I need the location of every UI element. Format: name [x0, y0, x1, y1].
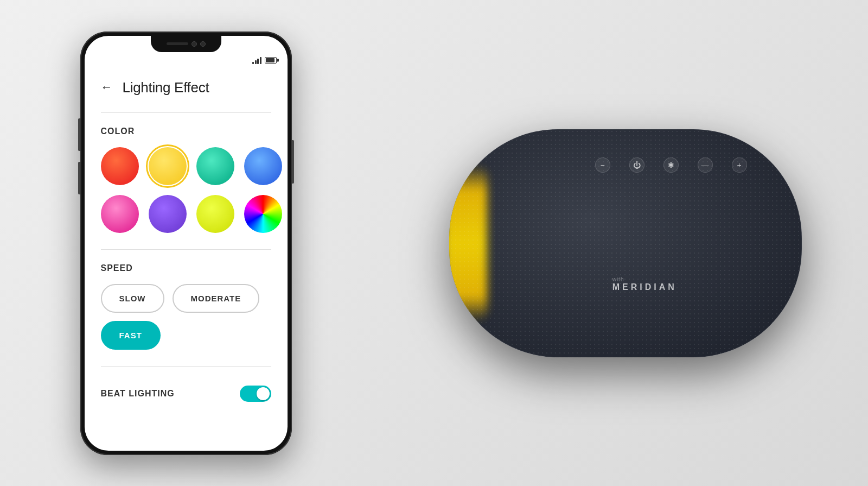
status-icons	[252, 56, 277, 64]
phone-screen: ← Lighting Effect COLOR	[85, 36, 288, 451]
ctrl-minus[interactable]: −	[595, 157, 610, 173]
app-header: ← Lighting Effect	[101, 79, 271, 96]
color-swatch-blue[interactable]	[244, 147, 282, 185]
ctrl-bluetooth[interactable]: ✱	[663, 157, 679, 173]
color-swatch-yellow[interactable]	[149, 147, 187, 185]
beat-lighting-label: BEAT LIGHTING	[101, 389, 175, 399]
color-swatch-red[interactable]	[101, 147, 139, 185]
power-button[interactable]	[292, 140, 294, 184]
speaker-body: − ⏻ ✱ — + with MERIDIAN	[449, 129, 802, 357]
ctrl-power[interactable]: ⏻	[629, 157, 644, 173]
phone: ← Lighting Effect COLOR	[80, 31, 292, 455]
color-divider	[101, 249, 271, 250]
speaker-brand: with MERIDIAN	[612, 276, 677, 292]
color-section-label: COLOR	[101, 127, 271, 136]
volume-up-button[interactable]	[78, 118, 80, 151]
phone-wrapper: ← Lighting Effect COLOR	[80, 31, 292, 455]
status-bar	[85, 52, 288, 68]
battery-fill	[266, 58, 275, 62]
beat-lighting-section: BEAT LIGHTING	[101, 386, 271, 402]
app-content: ← Lighting Effect COLOR	[85, 68, 288, 451]
front-sensor	[200, 41, 206, 47]
light-ring	[449, 156, 487, 330]
moderate-button[interactable]: MODERATE	[173, 284, 260, 313]
ctrl-volume-down[interactable]: —	[698, 157, 713, 173]
ctrl-volume-up[interactable]: +	[732, 157, 747, 173]
color-swatch-lime[interactable]	[196, 195, 234, 233]
speed-divider	[101, 366, 271, 367]
color-swatch-purple[interactable]	[149, 195, 187, 233]
color-swatch-pink[interactable]	[101, 195, 139, 233]
phone-notch	[151, 36, 221, 52]
page-title: Lighting Effect	[123, 79, 209, 96]
signal-icon	[252, 56, 261, 64]
speaker-controls: − ⏻ ✱ — +	[595, 157, 747, 173]
notch-speaker	[167, 42, 188, 45]
meridian-brand: MERIDIAN	[612, 282, 677, 292]
battery-icon	[265, 57, 277, 64]
front-camera	[192, 41, 197, 47]
with-text: with	[612, 276, 677, 282]
scene: ← Lighting Effect COLOR	[0, 0, 868, 486]
speed-buttons: SLOW MODERATE FAST	[101, 284, 271, 350]
slow-button[interactable]: SLOW	[101, 284, 164, 313]
color-swatch-teal[interactable]	[196, 147, 234, 185]
color-grid	[101, 147, 271, 233]
speed-section: SPEED SLOW MODERATE FAST	[101, 263, 271, 350]
back-button[interactable]: ←	[101, 80, 113, 94]
fast-button[interactable]: FAST	[101, 321, 161, 350]
toggle-knob	[257, 387, 270, 400]
speaker: − ⏻ ✱ — + with MERIDIAN	[436, 108, 815, 379]
volume-down-button[interactable]	[78, 162, 80, 194]
speed-section-label: SPEED	[101, 263, 271, 273]
color-swatch-rainbow[interactable]	[244, 195, 282, 233]
header-divider	[101, 112, 271, 113]
speaker-wrapper: − ⏻ ✱ — + with MERIDIAN	[436, 108, 815, 379]
beat-lighting-toggle[interactable]	[240, 386, 271, 402]
